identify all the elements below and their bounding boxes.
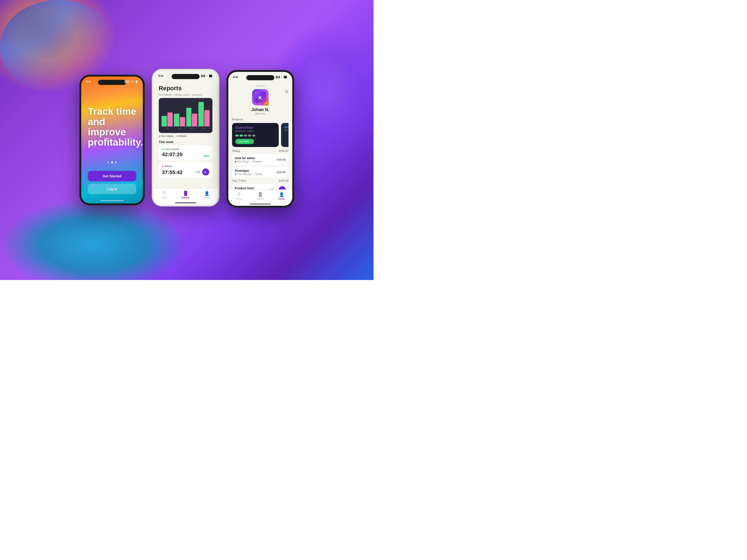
phones-container: 9:41 ▌▌▌ WiFi ▐▌ Track time and improve …	[0, 0, 374, 280]
home-indicator-3	[250, 204, 271, 205]
chart-labels: Q1 Q2 Q3 Q4	[161, 127, 210, 130]
user-icon-2: 👤	[204, 191, 209, 196]
status-icons-2: ▌▌▌ ⌊ ▐█▌	[201, 75, 213, 77]
bar-q3-billable	[192, 114, 197, 127]
projects-label: Projects	[232, 118, 288, 121]
tab-home-2[interactable]: ⏱ Home	[154, 191, 175, 199]
profile-name: Johan N.	[251, 107, 269, 112]
this-week-label: This week	[154, 139, 217, 145]
chart-bars	[161, 101, 210, 127]
svg-text:K: K	[258, 95, 262, 101]
reports-subtitle: Non billable / billable hours - Quarterl…	[159, 93, 212, 96]
xfe-updated: Upd...	[284, 129, 288, 131]
battery-icon-3: ▐█▌	[283, 76, 288, 78]
tab-bar-3: ⏱ Home ▐▌ Reports 👤 Profile	[228, 189, 292, 206]
dot-blue-2	[235, 174, 236, 175]
tue-total: 8:07:24	[279, 179, 288, 183]
log-time-button[interactable]: Log Time ›	[235, 139, 254, 144]
entry-grid-for-editor: Grid for editor Note Plugin – Mondemi 0:…	[232, 154, 288, 165]
project-card-xfe: Xfe Upd...	[281, 123, 288, 147]
bar-chart-icon-3: ▐▌	[257, 192, 263, 197]
arrow-up-icon-2: ↑	[195, 170, 196, 174]
chart-subtitle-period: - Quarterly	[190, 93, 202, 96]
tab-reports-3[interactable]: ▐▌ Reports	[250, 192, 271, 200]
user-icon-3: 👤	[279, 192, 284, 197]
projects-scroll: Classifier Updated today	[232, 123, 288, 147]
bar-group-q3	[186, 108, 198, 127]
entry-prototype: Prototype User Manager – Giddify 0:01:05	[232, 167, 288, 178]
tab-profile-label-2: Profile	[204, 197, 210, 199]
legend-dot-green	[159, 135, 160, 137]
get-started-button[interactable]: Get Started	[88, 171, 136, 181]
tue-label: Tue, 7 Nov	[232, 179, 246, 183]
legend-non-billable: Non billable	[159, 135, 174, 137]
dot-1	[235, 135, 238, 136]
status-icons-3: ▌▌▌ ⌊ ▐█▌	[276, 76, 288, 78]
log-time-label: Log Time	[238, 140, 249, 143]
profile-section: K 🤩 Johan N. @jnetz1r	[228, 88, 292, 118]
bar-q4-non-billable	[199, 102, 204, 127]
billable-card: Billable 37:55:42 ↑ 1% ▶	[159, 162, 212, 178]
legend-non-billable-label: Non billable	[161, 135, 174, 137]
billable-label: Billable	[164, 165, 172, 167]
phone-reports: 9:41 ▌▌▌ ⌊ ▐█▌ Reports Non billable / bi…	[152, 69, 220, 207]
phone-screen-3: 9:41 ▌▌▌ ⌊ ▐█▌ ⚙	[228, 72, 292, 206]
signal-icon-2: ▌▌▌	[201, 75, 206, 77]
hours-tracked-row: 42:07:20 ↑ 24%	[162, 152, 209, 158]
clock-icon-3: ⏱	[237, 192, 241, 197]
hours-tracked-card: Hours tracked 42:07:20 ↑ 24%	[159, 145, 212, 160]
signal-icon-3: ▌▌▌	[276, 76, 280, 78]
reports-header: Reports Non billable / billable hours - …	[154, 82, 217, 98]
tab-reports-label-3: Reports	[257, 197, 264, 200]
tab-bar-2: ⏱ Home ▐▌ Reports 👤 Profile	[154, 188, 217, 205]
play-button-billable[interactable]: ▶	[202, 168, 209, 176]
bar-q1-non-billable	[161, 116, 167, 127]
legend-billable-label: Billable	[179, 135, 187, 137]
home-indicator-1	[100, 200, 124, 201]
chart-label-q2: Q2	[178, 127, 181, 130]
status-icons-1: ▌▌▌ WiFi ▐▌	[125, 80, 138, 83]
dot-5	[252, 135, 255, 136]
tab-reports-2[interactable]: ▐▌ Reports	[175, 191, 196, 199]
status-time-3: 9:41	[233, 76, 238, 78]
projects-section: Projects Classifier Updated today	[228, 118, 292, 147]
classifier-row: Updated today	[235, 130, 276, 139]
billable-change: ↑ 1%	[195, 170, 200, 174]
classifier-name: Classifier	[235, 126, 276, 129]
entry-dash-1: –	[250, 160, 252, 163]
battery-icon-1: ▐▌	[135, 80, 138, 83]
entry-client-2: Giddify	[255, 173, 262, 176]
project-card-classifier: Classifier Updated today	[232, 123, 279, 147]
phone-status-bar-1: 9:41 ▌▌▌ WiFi ▐▌	[86, 80, 138, 83]
dot-green-sm	[162, 149, 163, 150]
hours-tracked-label-row: Hours tracked	[162, 148, 209, 151]
gear-icon[interactable]: ⚙	[285, 89, 288, 94]
legend-dot-pink	[177, 135, 178, 137]
entry-sub-2: User Manager – Giddify	[235, 173, 262, 176]
drag-handle	[256, 85, 265, 86]
profile-handle: @jnetz1r	[255, 112, 265, 115]
bar-q2-non-billable	[174, 114, 179, 127]
classifier-left: Updated today	[235, 130, 255, 139]
phone-screen-1: 9:41 ▌▌▌ WiFi ▐▌ Track time and improve …	[81, 77, 143, 204]
phone-content-profile: ⚙	[228, 83, 292, 206]
hours-tracked-change: ↑ 24%	[202, 155, 209, 158]
phone-status-bar-2: 9:41 ▌▌▌ ⌊ ▐█▌	[158, 75, 213, 77]
arrow-up-icon: ↑	[202, 155, 204, 158]
tab-profile-2[interactable]: 👤 Profile	[196, 191, 217, 199]
hours-tracked-value: 42:07:20	[162, 152, 183, 158]
tab-profile-3[interactable]: 👤 Profile	[271, 192, 292, 200]
dot-4	[248, 135, 251, 136]
dot-pink-sm	[162, 166, 163, 167]
entry-client-1: Mondemi	[252, 160, 262, 163]
phone-content-reports: Reports Non billable / billable hours - …	[154, 82, 217, 205]
tab-home-3[interactable]: ⏱ Home	[228, 192, 250, 200]
bar-chart: Q1 Q2 Q3 Q4	[159, 98, 212, 133]
entry-title-1: Grid for editor	[235, 156, 262, 160]
today-label: Today	[232, 149, 240, 153]
tab-home-label-2: Home	[161, 196, 167, 199]
status-time-2: 9:41	[158, 75, 163, 77]
hours-tracked-label: Hours tracked	[164, 148, 179, 151]
log-in-button[interactable]: Log In	[88, 184, 136, 194]
classifier-updated: Updated today	[235, 130, 255, 132]
